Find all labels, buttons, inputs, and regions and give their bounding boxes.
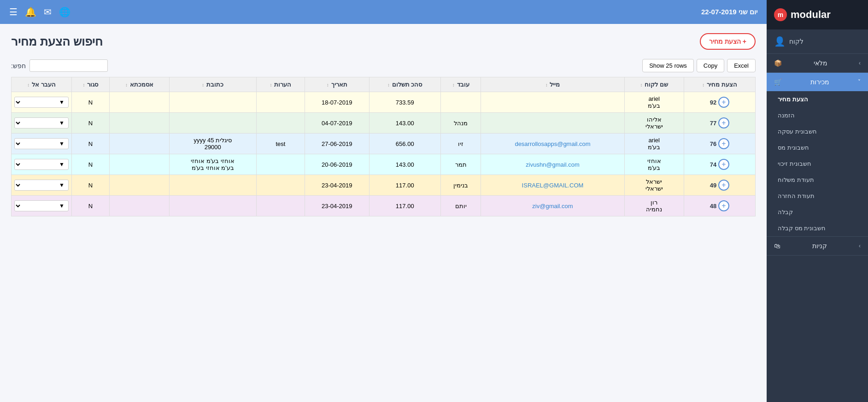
cell-oved: בנימין — [440, 175, 481, 196]
menu-icon[interactable]: ☰ — [9, 6, 18, 17]
cell-avar-el: ▼ — [12, 154, 72, 175]
kniiot-label: קניות — [812, 242, 827, 250]
heshbonit-mas-kabala-label: חשבונית מס קבלה — [778, 225, 826, 232]
col-asmahtah: אסמכתא ↕ — [109, 77, 169, 92]
topbar-date: יום שני 22-07-2019 — [701, 8, 757, 16]
cell-mail: ziv@gmail.com — [481, 196, 624, 216]
avar-el-select[interactable]: ▼ — [14, 159, 69, 170]
heshbonit-zikui-label: חשבונית זיכוי — [778, 160, 811, 167]
cell-mail: zivushn@gmail.com — [481, 154, 624, 175]
app-badge: m — [774, 8, 787, 21]
col-tarich: תאריך ↕ — [305, 77, 369, 92]
cell-tarich: 23-04-2019 — [305, 175, 369, 196]
sidebar-sub-kabala[interactable]: קבלה — [767, 204, 868, 220]
cell-hatzaat: + 49 — [684, 175, 755, 196]
cell-asmahtah — [109, 92, 169, 113]
sidebar-user-section: לקוח 👤 — [767, 29, 868, 54]
search-input[interactable] — [29, 59, 108, 72]
sort-arrows-shem: ↕ — [640, 82, 644, 87]
avar-el-select[interactable]: ▼ — [14, 138, 69, 149]
table-row: + 92ariel בע'מ733.5918-07-2019N▼ — [12, 92, 756, 113]
cell-mail: desarrollosapps@gmail.com — [481, 134, 624, 154]
sidebar-sub-heshbonit-mas[interactable]: חשבונית מס — [767, 140, 868, 156]
cell-sagor: N — [71, 134, 109, 154]
new-quote-button[interactable]: + הצעת מחיר — [700, 33, 756, 50]
cell-oved: תמר — [440, 154, 481, 175]
kabala-label: קבלה — [778, 209, 793, 216]
globe-icon[interactable]: 🌐 — [59, 6, 70, 17]
copy-button[interactable]: Copy — [697, 59, 724, 72]
cell-ktovot — [169, 92, 256, 113]
plus-button[interactable]: + — [718, 117, 729, 128]
avar-el-select[interactable]: ▼ — [14, 117, 69, 128]
table-body: + 92ariel בע'מ733.5918-07-2019N▼+ 77אליה… — [12, 92, 756, 216]
app-name: modular — [791, 9, 831, 21]
excel-button[interactable]: Excel — [727, 59, 756, 72]
cell-hearot — [256, 175, 305, 196]
topbar: יום שני 22-07-2019 🌐 ✉ 🔔 ☰ — [0, 0, 767, 24]
cell-tarich: 04-07-2019 — [305, 113, 369, 134]
mail-icon[interactable]: ✉ — [44, 6, 52, 17]
cell-hatzaat: + 92 — [684, 92, 755, 113]
bell-icon[interactable]: 🔔 — [25, 6, 36, 17]
table-row: + 74אוחזי בע'מzivushn@gmail.comתמר143.00… — [12, 154, 756, 175]
sidebar-sub-heshbonit-mas-kabala[interactable]: חשבונית מס קבלה — [767, 220, 868, 236]
cell-oved: יותם — [440, 196, 481, 216]
sidebar-item-kniiot[interactable]: › קניות 🛍 — [767, 237, 868, 255]
cell-asmahtah — [109, 134, 169, 154]
sort-arrows-mail: ↕ — [545, 82, 549, 87]
show-rows-button[interactable]: Show 25 rows — [642, 59, 694, 72]
cell-oved: מנהל — [440, 113, 481, 134]
col-sach-tashlum: סהכ תשלום ↕ — [369, 77, 440, 92]
email-link[interactable]: zivushn@gmail.com — [526, 161, 580, 168]
col-hatzaat-machir: הצעת מחיר ↕ — [684, 77, 755, 92]
sidebar-sub-hazmana[interactable]: הזמנה — [767, 107, 868, 123]
cell-shem: רון נחמיה — [624, 196, 684, 216]
cell-hearot — [256, 113, 305, 134]
plus-button[interactable]: + — [718, 97, 729, 108]
avar-el-select[interactable]: ▼ — [14, 200, 69, 211]
email-link[interactable]: ISRAEL@GMAIL.COM — [522, 182, 584, 189]
cell-asmahtah — [109, 175, 169, 196]
sidebar-item-mekirot[interactable]: ˅ מכירות 🛒 — [767, 73, 868, 91]
cell-hearot — [256, 154, 305, 175]
row-id: 49 — [710, 182, 716, 189]
sidebar-item-mekirot-label: מכירות — [810, 78, 829, 86]
cell-sagor: N — [71, 154, 109, 175]
sort-arrows-hatzaat: ↕ — [702, 82, 706, 87]
plus-button[interactable]: + — [718, 200, 729, 211]
sort-arrows-hearot: ↕ — [270, 82, 273, 87]
plus-button[interactable]: + — [718, 159, 729, 170]
sort-arrows-oved: ↕ — [452, 82, 456, 87]
row-id: 77 — [710, 120, 716, 127]
sidebar-sub-teudah-mishloach[interactable]: תעודת משלוח — [767, 172, 868, 188]
sidebar-section-mekirot: ˅ מכירות 🛒 הצעת מחיר הזמנה חשבונית עסקה … — [767, 73, 868, 237]
chevron-right-kniiot-icon: › — [859, 243, 861, 249]
sidebar-sub-heshbonit-zikui[interactable]: חשבונית זיכוי — [767, 156, 868, 172]
cell-tarich: 23-04-2019 — [305, 196, 369, 216]
email-link[interactable]: ziv@gmail.com — [532, 203, 573, 210]
cell-hatzaat: + 48 — [684, 196, 755, 216]
chevron-right-icon: › — [859, 60, 861, 66]
cell-oved — [440, 92, 481, 113]
plus-button[interactable]: + — [718, 138, 729, 149]
sidebar-sub-heshbonit-iska[interactable]: חשבונית עסקה — [767, 123, 868, 140]
avar-el-select[interactable]: ▼ — [14, 97, 69, 108]
sidebar-sub-teudah-hahzara[interactable]: תעודת החזרה — [767, 188, 868, 204]
cell-ktovot — [169, 113, 256, 134]
cart-icon: 🛒 — [774, 78, 782, 86]
cell-avar-el: ▼ — [12, 113, 72, 134]
cell-hearot: test — [256, 134, 305, 154]
cell-avar-el: ▼ — [12, 196, 72, 216]
email-link[interactable]: desarrollosapps@gmail.com — [515, 140, 590, 147]
sidebar-sub-hatzaat-machir[interactable]: הצעת מחיר — [767, 91, 868, 107]
cell-sach-tashlum: 143.00 — [369, 154, 440, 175]
cell-hatzaat: + 74 — [684, 154, 755, 175]
sort-arrows-sagor: ↕ — [83, 82, 87, 87]
cell-hearot — [256, 92, 305, 113]
avar-el-select[interactable]: ▼ — [14, 180, 69, 191]
sidebar-item-milai[interactable]: › מלאי 📦 — [767, 54, 868, 72]
table-row: + 76ariel בע'מdesarrollosapps@gmail.comז… — [12, 134, 756, 154]
plus-button[interactable]: + — [718, 180, 729, 191]
row-id: 92 — [710, 99, 716, 106]
